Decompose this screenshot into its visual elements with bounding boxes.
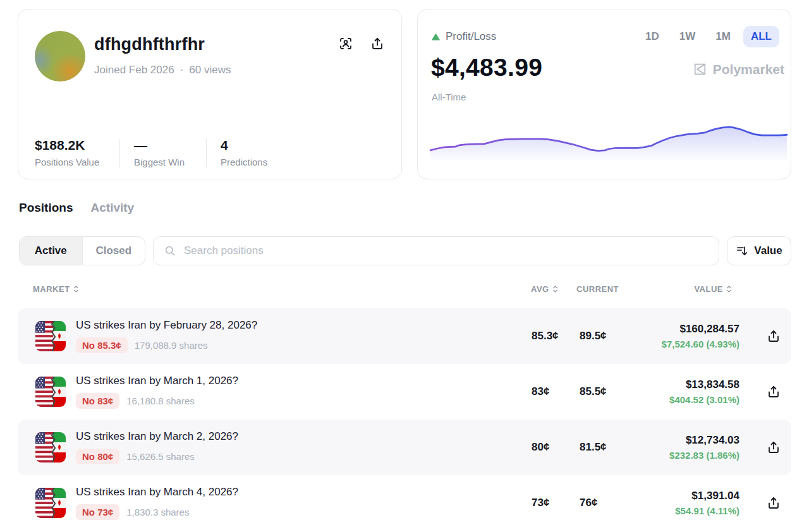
market-title[interactable]: US strikes Iran by March 1, 2026? xyxy=(76,375,238,387)
share-position-icon[interactable] xyxy=(766,495,781,511)
views-count: 60 views xyxy=(189,64,231,76)
current-price: 85.5¢ xyxy=(580,364,607,420)
share-profile-icon[interactable] xyxy=(370,36,385,51)
joined-date: Joined Feb 2026 xyxy=(94,64,174,76)
table-header: MARKET AVG CURRENT VALUE xyxy=(18,284,791,301)
sort-button-label: Value xyxy=(754,245,782,257)
stat-value: — xyxy=(134,138,192,153)
search-icon xyxy=(164,245,176,257)
header-label: AVG xyxy=(531,284,549,294)
current-price: 81.5¢ xyxy=(580,420,607,475)
segment-closed[interactable]: Closed xyxy=(82,237,145,265)
stat-label: Biggest Win xyxy=(134,157,192,167)
outcome-badge: No 83¢ xyxy=(76,393,119,409)
stat-label: Predictions xyxy=(221,157,267,167)
sort-chevrons-icon xyxy=(726,285,732,293)
position-row[interactable]: US strikes Iran by March 4, 2026? No 73¢… xyxy=(18,475,791,531)
position-value: $160,284.57 xyxy=(662,323,739,336)
current-price: 89.5¢ xyxy=(580,308,607,364)
main-tabs: Positions Activity xyxy=(19,201,134,215)
profile-actions xyxy=(338,36,385,51)
position-value: $1,391.04 xyxy=(675,490,739,502)
stat-biggest-win: — Biggest Win xyxy=(134,138,192,167)
divider xyxy=(119,139,120,167)
header-label: VALUE xyxy=(694,284,723,294)
filter-row: Active Closed Value xyxy=(18,236,791,265)
pnl-amount: $4,483.99 xyxy=(431,54,542,82)
position-gain: $232.83 (1.86%) xyxy=(669,450,739,461)
divider xyxy=(206,139,207,167)
position-info: US strikes Iran by March 1, 2026? No 83¢… xyxy=(76,364,238,420)
position-info: US strikes Iran by March 4, 2026? No 73¢… xyxy=(76,475,238,531)
brand-name: Polymarket xyxy=(713,62,784,77)
share-position-icon[interactable] xyxy=(766,329,781,344)
position-info: US strikes Iran by March 2, 2026? No 80¢… xyxy=(76,420,238,475)
shares-count: 179,088.9 shares xyxy=(135,340,208,351)
share-position-icon[interactable] xyxy=(766,384,781,399)
pnl-label-group: Profit/Loss xyxy=(432,30,496,43)
up-triangle-icon xyxy=(432,33,440,40)
market-title[interactable]: US strikes Iran by February 28, 2026? xyxy=(76,319,257,332)
position-row[interactable]: US strikes Iran by February 28, 2026? No… xyxy=(18,308,791,364)
tab-positions[interactable]: Positions xyxy=(19,201,73,215)
us-iran-flag-icon xyxy=(35,377,66,407)
outcome-badge: No 80¢ xyxy=(76,449,119,464)
polymarket-logo-icon xyxy=(692,61,708,77)
header-avg[interactable]: AVG xyxy=(531,284,558,294)
value-cell: $13,834.58 $404.52 (3.01%) xyxy=(669,364,739,420)
header-market[interactable]: MARKET xyxy=(33,284,79,294)
header-current[interactable]: CURRENT xyxy=(576,284,619,294)
position-value: $12,734.03 xyxy=(669,434,739,447)
shares-count: 15,626.5 shares xyxy=(126,451,195,462)
shares-count: 1,830.3 shares xyxy=(126,507,189,517)
value-cell: $160,284.57 $7,524.60 (4.93%) xyxy=(662,308,739,364)
header-label: MARKET xyxy=(33,284,70,294)
sort-descending-icon xyxy=(736,245,748,257)
tab-activity[interactable]: Activity xyxy=(91,201,135,215)
current-price: 76¢ xyxy=(580,475,597,531)
position-value: $13,834.58 xyxy=(669,378,739,391)
range-1m[interactable]: 1M xyxy=(708,26,738,47)
scan-qr-icon[interactable] xyxy=(338,36,353,51)
profile-page: dfhgdhfthrfhr Joined Feb 2026 · 60 views xyxy=(0,0,809,532)
pnl-label: Profit/Loss xyxy=(446,30,496,43)
stat-value: 4 xyxy=(221,138,267,153)
positions-list: US strikes Iran by February 28, 2026? No… xyxy=(18,308,791,531)
profile-card: dfhgdhfthrfhr Joined Feb 2026 · 60 views xyxy=(18,9,402,179)
us-iran-flag-icon xyxy=(35,321,66,351)
position-row[interactable]: US strikes Iran by March 1, 2026? No 83¢… xyxy=(18,364,791,420)
header-value[interactable]: VALUE xyxy=(694,284,732,294)
position-row[interactable]: US strikes Iran by March 2, 2026? No 80¢… xyxy=(18,420,791,475)
position-gain: $54.91 (4.11%) xyxy=(675,505,739,516)
range-1d[interactable]: 1D xyxy=(638,26,667,47)
stat-value: $188.2K xyxy=(35,138,106,153)
brand: Polymarket xyxy=(692,61,784,77)
search-box xyxy=(153,236,719,265)
stat-label: Positions Value xyxy=(35,157,106,167)
market-title[interactable]: US strikes Iran by March 4, 2026? xyxy=(76,486,238,499)
avg-price: 83¢ xyxy=(532,364,549,420)
avg-price: 85.3¢ xyxy=(532,308,559,364)
dot-separator: · xyxy=(180,64,184,76)
shares-count: 16,180.8 shares xyxy=(126,396,195,406)
market-title[interactable]: US strikes Iran by March 2, 2026? xyxy=(76,430,238,443)
range-all[interactable]: ALL xyxy=(743,26,779,47)
outcome-badge: No 85.3¢ xyxy=(76,337,128,353)
segment-active[interactable]: Active xyxy=(20,237,82,265)
us-iran-flag-icon xyxy=(35,432,66,462)
pnl-period: All-Time xyxy=(432,92,466,102)
range-1w[interactable]: 1W xyxy=(672,26,703,47)
sort-chevrons-icon xyxy=(552,285,558,293)
avg-price: 73¢ xyxy=(532,475,549,531)
stat-positions-value: $188.2K Positions Value xyxy=(35,138,106,167)
sort-value-button[interactable]: Value xyxy=(727,236,791,265)
sort-chevrons-icon xyxy=(73,285,79,293)
stat-predictions: 4 Predictions xyxy=(221,138,267,167)
us-iran-flag-icon xyxy=(35,488,66,518)
position-gain: $404.52 (3.01%) xyxy=(669,394,739,405)
avg-price: 80¢ xyxy=(532,420,549,475)
position-gain: $7,524.60 (4.93%) xyxy=(662,339,739,349)
share-position-icon[interactable] xyxy=(766,440,781,455)
range-selector: 1D 1W 1M ALL xyxy=(638,26,779,47)
search-input[interactable] xyxy=(184,245,709,257)
